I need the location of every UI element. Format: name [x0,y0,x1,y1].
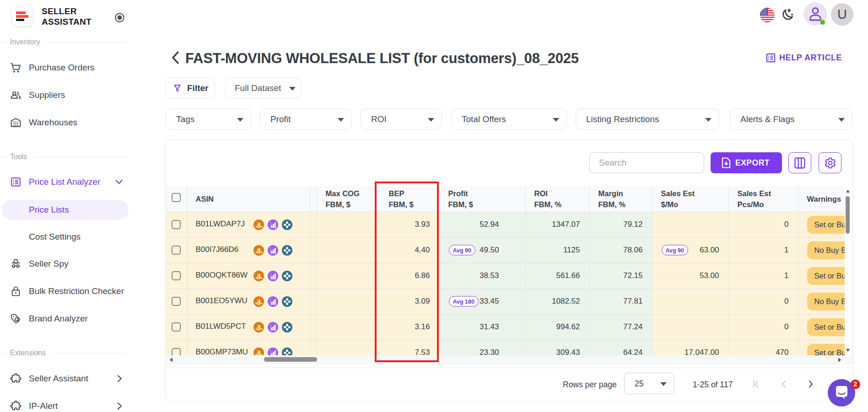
svg-text:a: a [257,348,260,356]
